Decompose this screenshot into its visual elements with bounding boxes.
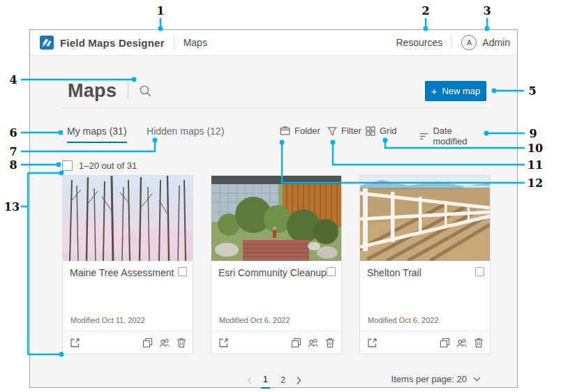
callout-label-12: 12 [528, 176, 543, 190]
select-all-checkbox[interactable] [62, 160, 73, 171]
page-button-1[interactable]: 1 [261, 372, 270, 389]
card-title[interactable]: Maine Tree Assessment [70, 267, 178, 278]
items-per-page-select[interactable]: Items per page: 20 [391, 374, 481, 384]
map-card: Esri Community Cleanup Modified Oct 6, 2… [211, 175, 342, 354]
page-title: Maps [68, 80, 117, 102]
card-checkbox[interactable] [475, 267, 484, 276]
open-icon [367, 338, 377, 348]
share-group-button[interactable] [456, 338, 468, 348]
card-footer [211, 331, 341, 354]
sort-descending-icon [419, 132, 428, 141]
duplicate-icon [440, 338, 450, 348]
callout-label-10: 10 [528, 142, 543, 155]
page-title-row: Maps + New map [62, 80, 486, 102]
card-body: Maine Tree Assessment Modified Oct 11, 2… [63, 261, 193, 331]
chevron-left-icon[interactable] [247, 376, 253, 385]
group-icon [159, 338, 170, 348]
items-per-page-label: Items per page: 20 [391, 374, 467, 384]
esri-app-logo-icon [40, 36, 54, 50]
card-modified-date: Modified Oct 11, 2022 [70, 316, 187, 331]
header-divider-2 [451, 36, 452, 50]
tab-hidden-maps[interactable]: Hidden maps (12) [147, 126, 224, 142]
chevron-right-icon[interactable] [296, 376, 301, 385]
sort-label: Date modified [433, 126, 486, 146]
grid-icon [366, 126, 375, 136]
new-map-button[interactable]: + New map [425, 81, 486, 101]
callout-label-8: 8 [9, 158, 17, 172]
card-title[interactable]: Esri Community Cleanup [218, 267, 327, 278]
user-menu[interactable]: Admin [482, 37, 510, 48]
delete-button[interactable] [177, 338, 186, 348]
chevron-down-icon [473, 377, 481, 382]
duplicate-icon [142, 338, 153, 348]
callout-label-6: 6 [9, 126, 17, 140]
filter-icon [327, 126, 337, 136]
card-footer [63, 331, 193, 354]
grid-button[interactable]: Grid [366, 126, 397, 136]
app-title: Field Maps Designer [60, 37, 165, 49]
title-divider [128, 82, 128, 100]
callout-label-9: 9 [529, 127, 537, 140]
open-map-button[interactable] [70, 338, 80, 348]
grid-label: Grid [380, 126, 397, 136]
open-map-button[interactable] [367, 338, 377, 348]
map-card: Maine Tree Assessment Modified Oct 11, 2… [62, 175, 193, 354]
group-icon [456, 338, 468, 348]
folder-button[interactable]: Folder [280, 126, 320, 136]
card-footer [360, 331, 490, 354]
duplicate-button[interactable] [291, 338, 301, 348]
resources-link[interactable]: Resources [396, 37, 442, 48]
pagination-row: 1 2 Items per page: 20 [62, 372, 486, 389]
folder-icon [280, 126, 290, 136]
open-map-button[interactable] [218, 338, 229, 348]
callout-label-7: 7 [9, 145, 17, 158]
trash-icon [325, 338, 335, 348]
tab-my-maps[interactable]: My maps (31) [67, 126, 127, 143]
open-icon [218, 338, 229, 348]
callout-label-13: 13 [4, 200, 20, 213]
duplicate-button[interactable] [142, 338, 153, 348]
card-title[interactable]: Shelton Trail [367, 267, 475, 278]
page-body: Maps + New map My maps (31) Hidden maps … [30, 80, 517, 389]
app-window: Field Maps Designer Maps Resources A Adm… [29, 29, 518, 388]
selection-count: 1–20 out of 31 [79, 160, 137, 171]
selection-row: 1–20 out of 31 [62, 160, 486, 171]
avatar[interactable]: A [461, 35, 477, 50]
trash-icon [474, 338, 484, 348]
map-thumbnail-building[interactable] [211, 176, 341, 261]
callout-label-1: 1 [156, 4, 164, 17]
trash-icon [177, 338, 186, 348]
delete-button[interactable] [474, 338, 484, 348]
callout-label-3: 3 [483, 4, 491, 17]
card-modified-date: Modified Oct 6, 2022 [218, 316, 336, 331]
plus-icon: + [431, 86, 437, 96]
card-checkbox[interactable] [178, 267, 187, 276]
page-button-2[interactable]: 2 [278, 373, 287, 388]
card-modified-date: Modified Oct 6, 2022 [367, 316, 484, 331]
open-icon [70, 338, 80, 348]
share-group-button[interactable] [308, 338, 319, 348]
search-icon[interactable] [139, 84, 152, 98]
folder-label: Folder [294, 126, 320, 136]
filter-button[interactable]: Filter [327, 126, 361, 136]
map-card-grid: Maine Tree Assessment Modified Oct 11, 2… [62, 175, 486, 354]
new-map-label: New map [442, 86, 480, 96]
duplicate-button[interactable] [440, 338, 450, 348]
callout-label-2: 2 [421, 4, 429, 17]
card-body: Esri Community Cleanup Modified Oct 6, 2… [211, 261, 341, 331]
card-body: Shelton Trail Modified Oct 6, 2022 [360, 261, 490, 331]
sort-button[interactable]: Date modified [419, 126, 486, 146]
delete-button[interactable] [325, 338, 335, 348]
map-card: Shelton Trail Modified Oct 6, 2022 [359, 175, 491, 354]
title-rule [62, 107, 486, 108]
filter-label: Filter [341, 126, 361, 136]
callout-label-11: 11 [528, 158, 543, 172]
card-checkbox[interactable] [327, 267, 336, 276]
share-group-button[interactable] [159, 338, 170, 348]
map-thumbnail-trees[interactable] [63, 176, 193, 261]
map-thumbnail-trail[interactable] [360, 176, 490, 261]
callout-label-4: 4 [9, 73, 17, 86]
tabs-row: My maps (31) Hidden maps (12) Folder Fil… [62, 125, 486, 143]
nav-maps[interactable]: Maps [184, 37, 207, 48]
duplicate-icon [291, 338, 301, 348]
